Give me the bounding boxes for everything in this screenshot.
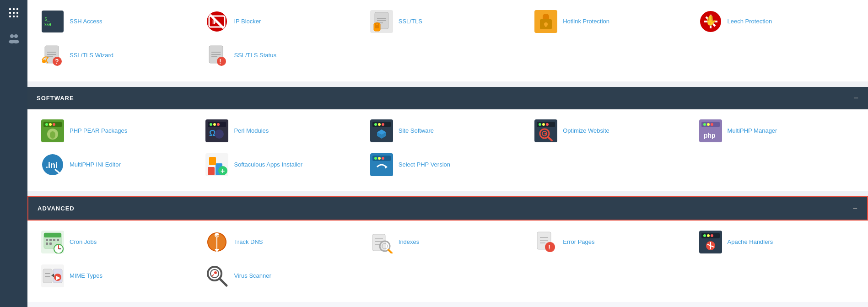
item-ssh-access-label: SSH Access [70, 18, 102, 26]
svg-point-58 [217, 123, 220, 126]
item-multiphp-manager[interactable]: php MultiPHP Manager [695, 114, 859, 148]
item-apache-handlers[interactable]: Apache Handlers [695, 225, 859, 259]
item-ssh-access[interactable]: $_ SSH SSH Access [37, 5, 201, 38]
item-php-pear-packages[interactable]: PHP PEAR Packages [37, 114, 201, 148]
svg-rect-98 [44, 233, 61, 237]
item-leech-protection[interactable]: ✋ Leech Protection [695, 5, 859, 38]
item-hotlink-protection[interactable]: Hotlink Protection [530, 5, 694, 38]
item-ssl-tls-status[interactable]: ! SSL/TLS Status [201, 38, 365, 72]
svg-rect-2 [16, 8, 18, 10]
leech-protection-icon: ✋ [699, 10, 722, 33]
advanced-collapse-icon: − [852, 204, 858, 213]
svg-text:DNS: DNS [216, 234, 222, 237]
item-track-dns-label: Track DNS [234, 238, 263, 246]
item-track-dns[interactable]: DNS Track DNS [201, 225, 365, 259]
svg-point-79 [711, 123, 713, 126]
svg-rect-6 [9, 16, 11, 17]
advanced-section: ADVANCED − [27, 196, 868, 302]
item-softaculous-apps-installer-label: Softaculous Apps Installer [234, 161, 302, 169]
virus-scanner-icon [205, 264, 228, 287]
item-ssl-tls-wizard[interactable]: ? SSL/TLS Wizard [37, 38, 201, 72]
indexes-icon [370, 231, 393, 253]
svg-rect-8 [16, 16, 18, 17]
svg-line-146 [212, 275, 214, 276]
svg-rect-102 [57, 239, 59, 241]
item-perl-modules[interactable]: Ω Perl Modules [201, 114, 365, 148]
svg-rect-5 [16, 12, 18, 14]
optimize-website-icon [534, 119, 557, 142]
security-items-row2: ? SSL/TLS Wizard ! [37, 38, 859, 72]
item-optimize-website[interactable]: Optimize Website [530, 114, 694, 148]
item-mime-types[interactable]: ▶ MIME Types [37, 259, 201, 293]
apache-handlers-icon [699, 231, 722, 253]
item-ssl-tls[interactable]: SSL/TLS [366, 5, 530, 38]
svg-point-51 [53, 123, 55, 126]
item-site-software[interactable]: Site Software [366, 114, 530, 148]
hotlink-protection-icon [534, 10, 557, 33]
item-select-php-version[interactable]: Select PHP Version [366, 148, 530, 182]
svg-point-12 [13, 40, 19, 43]
ssh-access-icon: $_ SSH [41, 10, 64, 33]
svg-rect-103 [46, 242, 48, 245]
svg-rect-1 [13, 8, 15, 10]
item-php-pear-packages-label: PHP PEAR Packages [70, 127, 127, 135]
svg-point-50 [49, 123, 52, 126]
svg-rect-104 [49, 242, 52, 245]
svg-text:?: ? [55, 58, 59, 65]
svg-point-93 [378, 157, 381, 160]
multiphp-manager-icon: php [699, 119, 722, 142]
svg-text:!: ! [219, 58, 221, 65]
item-virus-scanner[interactable]: Virus Scanner [201, 259, 365, 293]
svg-point-45 [217, 57, 226, 66]
item-softaculous-apps-installer[interactable]: + Softaculous Apps Installer [201, 148, 365, 182]
svg-rect-85 [208, 167, 215, 175]
svg-rect-87 [209, 157, 216, 165]
item-ssl-tls-status-label: SSL/TLS Status [234, 52, 276, 59]
item-multiphp-manager-label: MultiPHP Manager [728, 127, 777, 135]
svg-text:▶: ▶ [56, 275, 60, 281]
item-ip-blocker[interactable]: IP IP Blocker [201, 5, 365, 38]
svg-rect-99 [46, 239, 48, 241]
svg-point-145 [214, 271, 217, 274]
item-virus-scanner-label: Virus Scanner [234, 272, 271, 280]
software-collapse-icon: − [853, 93, 859, 103]
item-indexes[interactable]: Indexes [366, 225, 530, 259]
software-section-title: SOFTWARE [37, 95, 74, 102]
item-select-php-version-label: Select PHP Version [399, 161, 450, 169]
svg-point-60 [215, 129, 224, 139]
svg-point-78 [707, 123, 710, 126]
divider-1 [27, 81, 868, 87]
ssl-tls-icon [370, 10, 393, 33]
svg-point-131 [711, 234, 713, 237]
svg-rect-0 [9, 8, 11, 10]
advanced-items-row2: ▶ MIME Types [37, 259, 859, 293]
svg-point-53 [50, 131, 55, 139]
svg-rect-101 [53, 239, 55, 241]
item-apache-handlers-label: Apache Handlers [728, 238, 773, 246]
svg-rect-7 [13, 16, 15, 17]
item-multiphp-ini-editor[interactable]: .ini MultiPHP INI Editor [37, 148, 201, 182]
item-ssl-tls-label: SSL/TLS [399, 18, 422, 26]
svg-point-40 [42, 59, 46, 63]
select-php-version-icon [370, 153, 393, 176]
software-section-header[interactable]: SOFTWARE − [27, 87, 868, 109]
softaculous-apps-installer-icon: + [205, 153, 228, 176]
item-leech-protection-label: Leech Protection [728, 18, 772, 26]
svg-text:!: ! [548, 243, 550, 251]
svg-line-144 [220, 279, 226, 285]
item-optimize-website-label: Optimize Website [563, 127, 609, 135]
svg-line-119 [388, 250, 392, 253]
svg-point-63 [374, 123, 377, 126]
item-site-software-label: Site Software [399, 127, 434, 135]
advanced-section-header[interactable]: ADVANCED − [27, 196, 868, 221]
sidebar-item-apps[interactable] [5, 5, 22, 21]
svg-text:$_: $_ [44, 16, 50, 22]
item-error-pages[interactable]: ! Error Pages [530, 225, 694, 259]
advanced-section-title: ADVANCED [38, 205, 75, 212]
svg-point-64 [378, 123, 381, 126]
svg-point-10 [14, 34, 18, 38]
sidebar-item-users[interactable] [5, 30, 22, 47]
item-cron-jobs[interactable]: Cron Jobs [37, 225, 201, 259]
item-hotlink-protection-label: Hotlink Protection [563, 18, 609, 26]
svg-point-92 [374, 157, 377, 160]
